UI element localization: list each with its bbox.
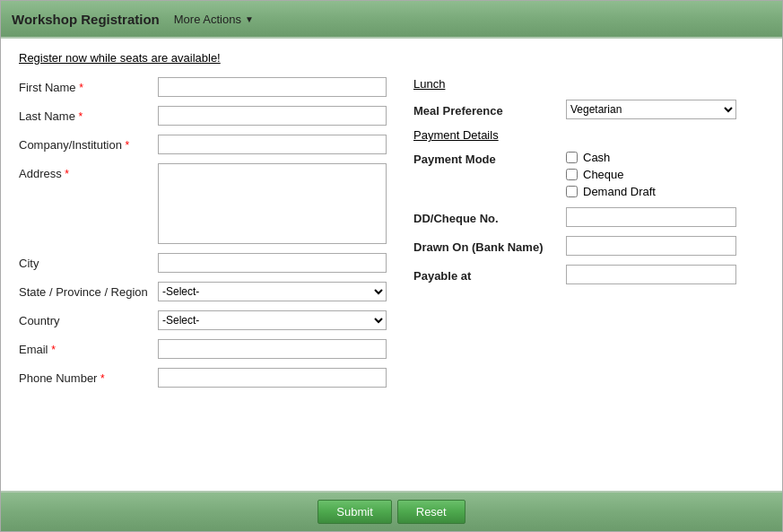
right-column: Lunch Meal Preference Vegetarian Non-Veg…: [405, 77, 764, 397]
meal-preference-label: Meal Preference: [413, 102, 566, 118]
meal-preference-select[interactable]: Vegetarian Non-Vegetarian Vegan: [566, 100, 736, 119]
meal-preference-row: Meal Preference Vegetarian Non-Vegetaria…: [413, 100, 764, 119]
more-actions-button[interactable]: More Actions ▼: [174, 13, 254, 26]
dd-cheque-row: DD/Cheque No.: [413, 207, 764, 227]
more-actions-label: More Actions: [174, 13, 241, 26]
first-name-row: First Name *: [19, 77, 387, 97]
dd-cheque-control: [566, 207, 764, 227]
form-layout: First Name * Last Name * Company/Institu…: [19, 77, 764, 397]
address-label: Address *: [19, 163, 158, 180]
required-star: *: [65, 168, 69, 180]
last-name-label: Last Name *: [19, 106, 158, 123]
payable-at-control: [566, 265, 764, 284]
email-input[interactable]: [158, 339, 387, 359]
left-column: First Name * Last Name * Company/Institu…: [19, 77, 405, 397]
payable-at-input[interactable]: [566, 265, 736, 284]
payable-at-row: Payable at: [413, 265, 764, 284]
city-row: City: [19, 253, 387, 273]
footer-bar: Submit Reset: [1, 493, 782, 531]
cash-checkbox[interactable]: [566, 152, 578, 163]
page-title: Workshop Registration: [12, 12, 160, 27]
content-area: Register now while seats are available! …: [1, 37, 782, 493]
country-select[interactable]: -Select-: [158, 310, 387, 330]
state-select[interactable]: -Select-: [158, 282, 387, 301]
company-input[interactable]: [158, 135, 387, 154]
address-textarea[interactable]: [158, 163, 387, 244]
payment-section-title: Payment Details: [413, 128, 764, 142]
city-label: City: [19, 253, 158, 270]
country-row: Country -Select-: [19, 310, 387, 330]
phone-input[interactable]: [158, 368, 387, 388]
city-input[interactable]: [158, 253, 387, 273]
drawn-on-control: [566, 236, 764, 256]
cheque-checkbox-item: Cheque: [566, 168, 656, 181]
demand-draft-checkbox[interactable]: [566, 186, 578, 197]
state-label: State / Province / Region: [19, 282, 158, 299]
drawn-on-row: Drawn On (Bank Name): [413, 236, 764, 256]
cheque-checkbox[interactable]: [566, 169, 578, 180]
submit-button[interactable]: Submit: [318, 500, 391, 524]
required-star: *: [100, 372, 105, 385]
phone-label: Phone Number *: [19, 368, 158, 385]
drawn-on-label: Drawn On (Bank Name): [413, 239, 566, 254]
company-row: Company/Institution *: [19, 135, 387, 154]
demand-draft-checkbox-item: Demand Draft: [566, 185, 656, 198]
payment-mode-label: Payment Mode: [413, 151, 566, 166]
lunch-section-title: Lunch: [413, 77, 764, 91]
required-star: *: [51, 344, 56, 356]
country-label: Country: [19, 310, 158, 327]
demand-draft-label: Demand Draft: [583, 185, 656, 198]
header-bar: Workshop Registration More Actions ▼: [1, 1, 782, 37]
register-link[interactable]: Register now while seats are available!: [19, 51, 764, 65]
first-name-label: First Name *: [19, 77, 158, 94]
required-star: *: [79, 82, 83, 94]
reset-button[interactable]: Reset: [397, 500, 465, 524]
meal-preference-control: Vegetarian Non-Vegetarian Vegan: [566, 100, 764, 119]
cheque-label: Cheque: [583, 168, 624, 181]
required-star: *: [79, 110, 83, 123]
required-star: *: [126, 139, 130, 152]
email-label: Email *: [19, 339, 158, 356]
payment-mode-checkboxes: Cash Cheque Demand Draft: [566, 151, 656, 198]
email-row: Email *: [19, 339, 387, 359]
last-name-row: Last Name *: [19, 106, 387, 126]
drawn-on-input[interactable]: [566, 236, 736, 256]
last-name-input[interactable]: [158, 106, 387, 126]
dd-cheque-input[interactable]: [566, 207, 736, 227]
more-actions-arrow: ▼: [245, 14, 254, 24]
cash-checkbox-item: Cash: [566, 151, 656, 164]
address-row: Address *: [19, 163, 387, 244]
payment-mode-row: Payment Mode Cash Cheque Demand Draft: [413, 151, 764, 198]
cash-label: Cash: [583, 151, 610, 164]
state-row: State / Province / Region -Select-: [19, 282, 387, 301]
first-name-input[interactable]: [158, 77, 387, 97]
payable-at-label: Payable at: [413, 267, 566, 283]
dd-cheque-label: DD/Cheque No.: [413, 210, 566, 225]
company-label: Company/Institution *: [19, 135, 158, 152]
phone-row: Phone Number *: [19, 368, 387, 388]
